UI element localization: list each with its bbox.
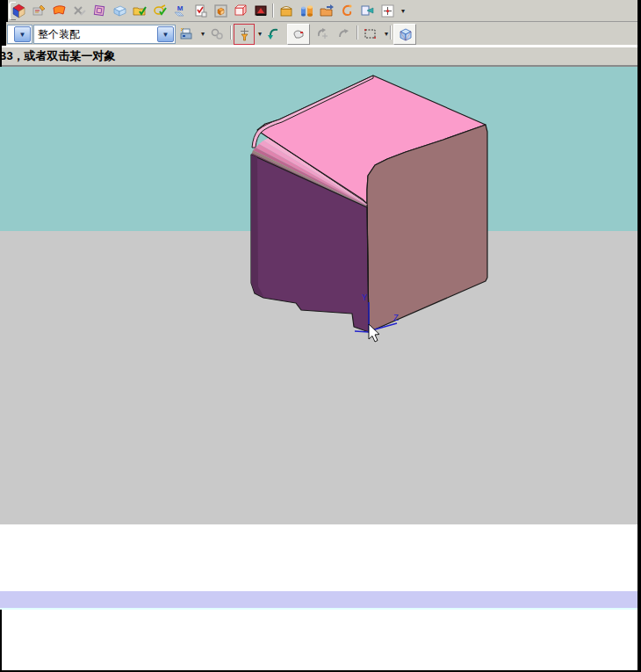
mailbox-icon[interactable]	[277, 1, 296, 20]
edit-pencil-icon[interactable]	[29, 1, 48, 20]
assembly-toolbar: ▼ 整个装配 ▼ ▾ ▾	[0, 22, 641, 46]
toolbar-overflow-arrow[interactable]: ▾	[399, 1, 407, 20]
block-icon[interactable]	[110, 1, 129, 20]
svg-text:M: M	[176, 4, 183, 12]
toolbar-separator	[230, 25, 232, 40]
send-doc-icon[interactable]	[357, 1, 377, 20]
selection-scope-value: 整个装配	[34, 27, 156, 42]
toolbar-separator	[390, 25, 392, 40]
window-left-edge	[0, 610, 2, 672]
curved-sheet-icon[interactable]	[49, 1, 68, 20]
mirror-m-icon[interactable]: M	[170, 1, 190, 20]
point-target-icon[interactable]	[378, 1, 397, 20]
hook-icon[interactable]	[337, 1, 357, 20]
application-window: M	[0, 0, 641, 672]
snap-point-icon[interactable]	[234, 24, 255, 45]
cue-line: B3，或者双击某一对象	[0, 46, 641, 67]
z-axis-label: Z	[393, 314, 399, 323]
wireframe-cube-icon[interactable]	[393, 24, 416, 45]
selection-scope-combo[interactable]: 整个装配 ▼	[33, 25, 176, 44]
window-left-edge	[0, 0, 8, 22]
clipped-combo[interactable]: ▼	[7, 25, 32, 44]
window-right-edge	[637, 0, 641, 672]
lasso-check-icon[interactable]	[150, 1, 169, 20]
window-left-edge	[0, 46, 2, 67]
cube-frame-icon[interactable]	[211, 1, 230, 20]
select-rectangle-icon[interactable]	[360, 24, 379, 43]
delete-disabled-icon[interactable]	[69, 1, 89, 20]
axis-origin-tick	[355, 331, 369, 332]
y-axis-label: Y	[362, 293, 367, 303]
main-toolbar: M	[0, 0, 641, 22]
graphics-viewport[interactable]: Y Z	[0, 67, 641, 524]
viewport-lavender-strip	[0, 591, 641, 608]
info-window-area	[0, 610, 641, 670]
report-check-icon[interactable]	[191, 1, 210, 20]
cylinders-icon[interactable]	[297, 1, 316, 20]
folder-check-icon[interactable]	[130, 1, 149, 20]
cue-text: B3，或者双击某一对象	[0, 47, 116, 65]
gears-disabled-icon[interactable]	[207, 24, 227, 43]
colored-cube-icon[interactable]	[9, 1, 28, 20]
model-canvas[interactable]: Y Z	[0, 67, 641, 524]
red-wirebox-icon[interactable]	[231, 1, 250, 20]
shaded-display-icon[interactable]	[287, 24, 310, 45]
rotate-disabled-icon[interactable]	[313, 24, 332, 43]
reverse-arrow-icon[interactable]	[263, 24, 283, 43]
stamp-icon[interactable]	[90, 1, 109, 20]
toolbar-separator	[357, 25, 358, 40]
pan-disabled-icon[interactable]	[334, 24, 353, 43]
window-left-edge	[0, 22, 6, 46]
plot-icon[interactable]	[251, 1, 270, 20]
print-dropdown-arrow[interactable]: ▾	[198, 24, 207, 43]
folder-arrow-icon[interactable]	[317, 1, 336, 20]
toolbar-separator	[272, 4, 274, 18]
chevron-down-icon[interactable]: ▼	[157, 26, 174, 42]
print-3d-icon[interactable]	[176, 24, 196, 43]
chevron-down-icon[interactable]: ▼	[14, 26, 31, 42]
